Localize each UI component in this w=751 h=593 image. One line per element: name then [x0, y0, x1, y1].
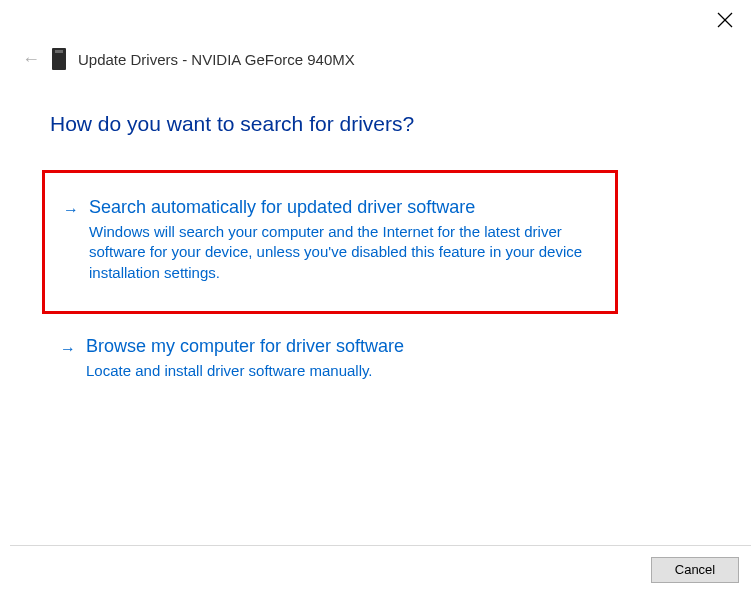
bottom-bar: Cancel	[10, 545, 751, 593]
option-browse-computer[interactable]: → Browse my computer for driver software…	[42, 318, 618, 399]
option-search-automatically[interactable]: → Search automatically for updated drive…	[42, 170, 618, 314]
page-heading: How do you want to search for drivers?	[50, 112, 414, 136]
close-icon[interactable]	[717, 12, 733, 28]
back-arrow-icon: ←	[22, 50, 40, 68]
option-title: Browse my computer for driver software	[86, 336, 598, 357]
option-description: Locate and install driver software manua…	[86, 361, 598, 381]
option-description: Windows will search your computer and th…	[89, 222, 595, 283]
arrow-right-icon: →	[63, 198, 79, 222]
window-title: Update Drivers - NVIDIA GeForce 940MX	[78, 51, 355, 68]
window-header: ← Update Drivers - NVIDIA GeForce 940MX	[22, 48, 355, 70]
device-icon	[52, 48, 66, 70]
option-title: Search automatically for updated driver …	[89, 197, 595, 218]
cancel-button[interactable]: Cancel	[651, 557, 739, 583]
arrow-right-icon: →	[60, 337, 76, 361]
